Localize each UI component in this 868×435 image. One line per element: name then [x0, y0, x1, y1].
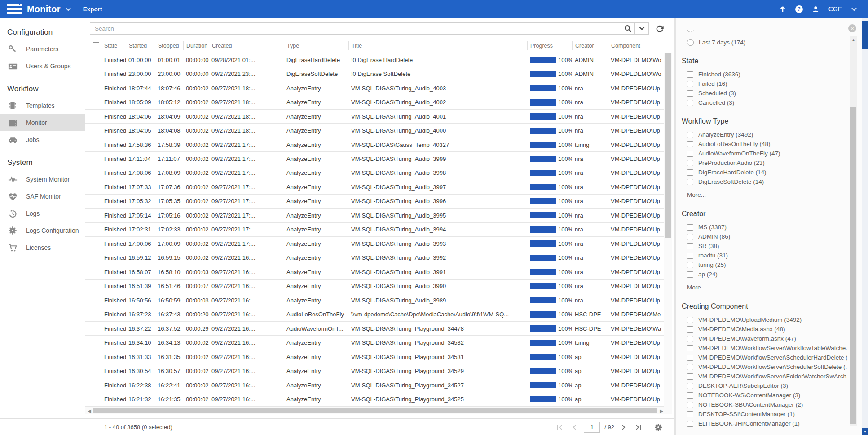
- table-settings-gear-icon[interactable]: [653, 422, 664, 433]
- filter-radio-last-7-days[interactable]: Last 7 days (174): [687, 38, 847, 47]
- table-row[interactable]: Finished 18:04:06 18:04:09 00:00:02 09/2…: [85, 110, 664, 124]
- filter-checkbox-option[interactable]: turing (25): [687, 260, 847, 270]
- table-row[interactable]: Finished 16:37:22 16:37:52 00:00:29 09/2…: [85, 322, 664, 336]
- filter-checkbox-option[interactable]: roadtu (31): [687, 251, 847, 260]
- user-menu-chevron-down-icon[interactable]: [851, 7, 857, 11]
- search-icon[interactable]: [621, 22, 634, 35]
- column-header-created[interactable]: Created: [209, 41, 284, 50]
- first-page-button[interactable]: [555, 422, 565, 432]
- refresh-icon[interactable]: [653, 22, 666, 35]
- filter-checkbox-option[interactable]: Finished (3636): [687, 70, 847, 79]
- filter-checkbox-option[interactable]: VM-DPEDEMO\Media.ashx (48): [687, 324, 847, 334]
- filter-checkbox-option[interactable]: VM-DPEDEMO\Waveform.ashx (47): [687, 334, 847, 343]
- search-options-chevron-down-icon[interactable]: [635, 22, 648, 35]
- select-all-checkbox[interactable]: [93, 42, 99, 49]
- user-icon[interactable]: [812, 5, 820, 13]
- sidebar-item-jobs[interactable]: Jobs: [0, 131, 85, 148]
- sidebar-item-logs-configuration[interactable]: Logs Configuration: [0, 222, 85, 239]
- filter-checkbox-option[interactable]: VM-DPEDEMO\WorkflowServer\SchedulerSoftD…: [687, 362, 847, 372]
- column-header-stopped[interactable]: Stopped: [155, 41, 183, 50]
- next-page-button[interactable]: [619, 422, 629, 432]
- creating-component-less-link[interactable]: Less...: [687, 431, 847, 435]
- column-header-duration[interactable]: Duration: [183, 41, 209, 50]
- filter-checkbox-option[interactable]: Failed (16): [687, 79, 847, 89]
- filter-checkbox-option[interactable]: PreProductionAudio (23): [687, 158, 847, 168]
- scroll-right-arrow-icon[interactable]: ▶: [658, 408, 665, 413]
- help-icon[interactable]: ?: [795, 5, 803, 13]
- column-header-creator[interactable]: Creator: [572, 41, 608, 50]
- table-row[interactable]: Finished 17:00:06 17:00:09 00:00:02 09/2…: [85, 237, 664, 251]
- workflow-type-more-link[interactable]: More...: [687, 189, 847, 200]
- page-number-input[interactable]: [584, 422, 600, 433]
- table-row[interactable]: Finished 16:22:38 16:22:41 00:00:02 09/2…: [85, 378, 664, 392]
- table-row[interactable]: Finished 17:05:14 17:05:16 00:00:02 09/2…: [85, 209, 664, 222]
- sidebar-item-logs[interactable]: Logs: [0, 205, 85, 222]
- filter-checkbox-option[interactable]: AnalyzeEntry (3492): [687, 130, 847, 139]
- table-row[interactable]: Finished 17:08:06 17:08:09 00:00:02 09/2…: [85, 166, 664, 180]
- table-row[interactable]: Finished 16:31:33 16:31:35 00:00:02 09/2…: [85, 350, 664, 364]
- page-scrollbar[interactable]: ▼: [862, 18, 868, 435]
- sidebar-item-saf-monitor[interactable]: SAF Monitor: [0, 188, 85, 205]
- filter-checkbox-option[interactable]: ELITEBOOK-JHI\ContentManager (1): [687, 419, 847, 428]
- column-header-started[interactable]: Started: [126, 41, 155, 50]
- table-row[interactable]: Finished 17:58:36 17:58:39 00:00:02 09/2…: [85, 138, 664, 152]
- export-menu-item[interactable]: Export: [83, 6, 102, 13]
- scroll-left-arrow-icon[interactable]: ◀: [86, 408, 93, 413]
- sidebar-item-users-groups[interactable]: Users & Groups: [0, 58, 85, 75]
- filter-checkbox-option[interactable]: DESKTOP-AER\SubclipEditor (3): [687, 381, 847, 391]
- column-header-progress[interactable]: Progress: [527, 41, 572, 50]
- filter-checkbox-option[interactable]: NOTEBOOK-SBU\ContentManager (2): [687, 400, 847, 409]
- table-row[interactable]: Finished 16:30:54 16:30:57 00:00:02 09/2…: [85, 364, 664, 378]
- table-row[interactable]: Finished 16:58:07 16:58:10 00:00:03 09/2…: [85, 265, 664, 279]
- table-row[interactable]: Finished 01:00:00 01:00:01 00:00:00 09/2…: [85, 53, 664, 67]
- filter-checkbox-option[interactable]: Cancelled (3): [687, 98, 847, 107]
- filter-checkbox-option[interactable]: NOTEBOOK-WS\ContentManager (3): [687, 391, 847, 400]
- last-page-button[interactable]: [633, 422, 643, 432]
- page-scrollbar-thumb[interactable]: [862, 21, 868, 49]
- filter-checkbox-option[interactable]: VM-DPEDEMO\UploadMedium (3492): [687, 315, 847, 324]
- filter-panel-scrollbar[interactable]: ▲: [850, 36, 857, 426]
- filter-checkbox-option[interactable]: AudioWaveformOnTheFly (47): [687, 149, 847, 158]
- sidebar-item-system-monitor[interactable]: System Monitor: [0, 171, 85, 188]
- username-label[interactable]: CGE: [828, 5, 842, 13]
- upload-arrow-icon[interactable]: [779, 5, 786, 13]
- filter-checkbox-option[interactable]: VM-DPEDEMO\WorkflowServer\FolderWatcherS…: [687, 372, 847, 381]
- filter-checkbox-option[interactable]: DigEraseSoftDelete (14): [687, 177, 847, 186]
- table-row[interactable]: Finished 16:50:56 16:50:59 00:00:03 09/2…: [85, 293, 664, 307]
- app-switcher-chevron-down-icon[interactable]: [65, 7, 71, 11]
- table-row[interactable]: Finished 17:05:32 17:05:35 00:00:02 09/2…: [85, 195, 664, 209]
- table-row[interactable]: Finished 17:02:31 17:02:33 00:00:02 09/2…: [85, 223, 664, 237]
- table-row[interactable]: Finished 17:07:33 17:07:36 00:00:02 09/2…: [85, 180, 664, 194]
- filter-checkbox-option[interactable]: VM-DPEDEMO\WorkflowServer\WorkflowTableW…: [687, 343, 847, 353]
- table-row[interactable]: Finished 18:05:09 18:05:12 00:00:02 09/2…: [85, 95, 664, 109]
- table-row[interactable]: Finished 16:51:39 16:51:46 00:00:07 09/2…: [85, 280, 664, 293]
- horizontal-scrollbar-thumb[interactable]: [93, 408, 657, 413]
- filter-checkbox-option[interactable]: DigEraseHardDelete (14): [687, 168, 847, 177]
- filter-checkbox-option[interactable]: DESKTOP-SSI\ContentManager (1): [687, 409, 847, 419]
- table-row[interactable]: Finished 23:00:00 23:00:00 00:00:00 09/2…: [85, 67, 664, 81]
- table-row[interactable]: Finished 17:11:04 17:11:07 00:00:02 09/2…: [85, 152, 664, 166]
- column-header-type[interactable]: Type: [284, 41, 348, 50]
- sidebar-item-monitor[interactable]: Monitor: [0, 114, 85, 131]
- search-input[interactable]: [90, 25, 621, 32]
- table-row[interactable]: Finished 18:07:44 18:07:46 00:00:02 09/2…: [85, 81, 664, 95]
- table-vertical-scrollbar[interactable]: [664, 53, 672, 407]
- column-header-title[interactable]: Title: [348, 41, 527, 50]
- filter-checkbox-option[interactable]: Scheduled (3): [687, 89, 847, 98]
- table-row[interactable]: Finished 16:59:12 16:59:15 00:00:02 09/2…: [85, 251, 664, 265]
- table-horizontal-scrollbar[interactable]: ◀ ▶: [85, 407, 672, 414]
- filter-checkbox-option[interactable]: ap (24): [687, 270, 847, 279]
- table-row[interactable]: Finished 16:21:32 16:21:35 00:00:02 09/2…: [85, 392, 664, 406]
- previous-page-button[interactable]: [569, 422, 579, 432]
- filter-checkbox-option[interactable]: MS (3387): [687, 222, 847, 232]
- filter-checkbox-option[interactable]: SR (38): [687, 241, 847, 251]
- close-filter-panel-icon[interactable]: ×: [848, 24, 856, 32]
- scroll-up-arrow-icon[interactable]: ▲: [850, 37, 857, 43]
- sidebar-item-licenses[interactable]: Licenses: [0, 239, 85, 256]
- vertical-scrollbar-thumb[interactable]: [665, 53, 671, 238]
- table-row[interactable]: Finished 18:04:05 18:04:08 00:00:02 09/2…: [85, 124, 664, 138]
- sidebar-item-templates[interactable]: Templates: [0, 97, 85, 114]
- filter-checkbox-option[interactable]: ADMIN (86): [687, 232, 847, 241]
- app-title[interactable]: Monitor: [27, 4, 61, 14]
- filter-scrollbar-thumb[interactable]: [850, 107, 856, 424]
